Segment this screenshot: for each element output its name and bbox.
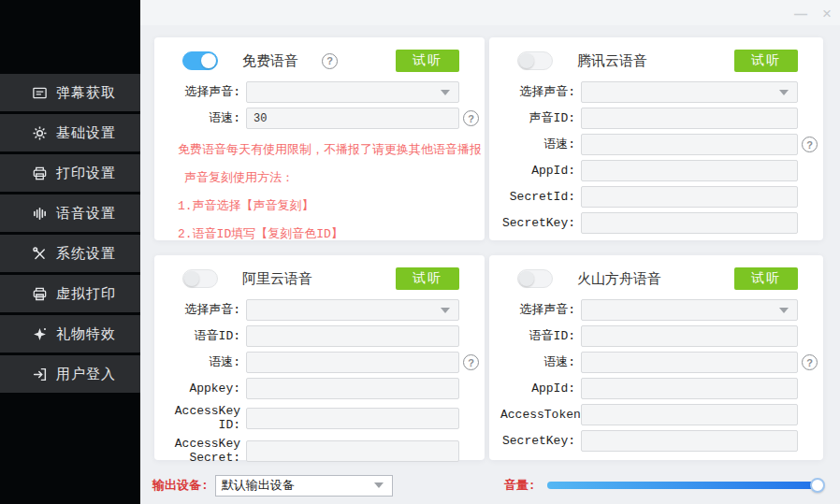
volume-label: 音量: <box>504 477 536 494</box>
window-controls: — × <box>794 7 832 21</box>
sidebar-item-voice-settings[interactable]: 语音设置 <box>0 194 140 232</box>
volume-slider[interactable] <box>547 482 823 489</box>
tools-icon <box>31 245 48 262</box>
toggle-tencent[interactable] <box>517 51 553 70</box>
toggle-knob <box>184 271 199 286</box>
help-icon[interactable]: ? <box>463 354 479 370</box>
sidebar-item-virtual-print[interactable]: 虚拟打印 <box>0 275 140 312</box>
panel-fields: 选择声音: 声音ID: 语速: ? AppId: <box>500 81 818 234</box>
sidebar-item-danmaku-fetch[interactable]: 弹幕获取 <box>0 74 140 111</box>
login-icon <box>31 366 48 382</box>
field-row: AccessKey ID: <box>166 404 479 432</box>
field-label: 语音ID: <box>500 329 581 343</box>
minimize-icon[interactable]: — <box>794 7 807 21</box>
toggle-volcano[interactable] <box>517 269 553 288</box>
sidebar-item-label: 虚拟打印 <box>56 285 116 303</box>
secret-key-input[interactable] <box>581 212 798 234</box>
output-device-select[interactable]: 默认输出设备 <box>215 475 393 497</box>
gear-icon <box>31 124 48 141</box>
panel-header: 腾讯云语音 试听 <box>500 49 798 73</box>
field-label: SecretId: <box>500 190 581 204</box>
speech-rate-input[interactable] <box>246 352 459 373</box>
panel-note: 1.声音选择【声音复刻】 <box>178 193 479 221</box>
speech-rate-input[interactable]: 30 <box>246 108 459 129</box>
voice-select-dropdown[interactable] <box>246 299 459 321</box>
field-row: AppId: <box>500 378 818 399</box>
panel-fields: 选择声音: 语速: 30 ? <box>166 81 479 129</box>
sidebar-item-user-login[interactable]: 用户登入 <box>0 355 140 393</box>
panel-header: 免费语音 ? 试听 <box>166 49 459 73</box>
voice-select-dropdown[interactable] <box>581 299 798 321</box>
field-label: 语音ID: <box>166 329 246 343</box>
field-label: 语速: <box>500 137 581 151</box>
help-icon[interactable]: ? <box>802 354 818 370</box>
sidebar-item-basic-settings[interactable]: 基础设置 <box>0 114 140 151</box>
voice-id-input[interactable] <box>581 108 798 129</box>
help-icon[interactable]: ? <box>463 110 479 126</box>
field-label: AccessKey ID: <box>166 404 246 432</box>
panel-note: 2.语音ID填写【复刻音色ID】 <box>178 221 479 249</box>
panel-title: 阿里云语音 <box>242 270 312 288</box>
field-row: 语速: ? <box>166 352 479 373</box>
help-icon[interactable]: ? <box>802 137 818 152</box>
field-row: SecretId: <box>500 186 818 208</box>
panel-fields: 选择声音: 语音ID: 语速: ? Appkey: <box>166 299 479 465</box>
panel-free: 免费语音 ? 试听 选择声音: 语速: 30 ? 免费语音每天有使用限制，不播报… <box>154 37 485 240</box>
field-label: SecretKey: <box>500 434 581 448</box>
app-id-input[interactable] <box>581 378 798 399</box>
footer-bar: 输出设备: 默认输出设备 音量: <box>140 473 840 497</box>
secret-key-input[interactable] <box>581 430 798 452</box>
preview-button-aliyun[interactable]: 试听 <box>396 267 459 290</box>
secret-id-input[interactable] <box>581 186 798 208</box>
voice-id-input[interactable] <box>246 325 459 347</box>
app-id-input[interactable] <box>581 160 798 181</box>
field-label: Appkey: <box>166 382 246 396</box>
voice-select-dropdown[interactable] <box>581 81 798 103</box>
panel-tencent: 腾讯云语音 试听 选择声音: 声音ID: 语速: ? <box>489 37 823 240</box>
main-content: — × 免费语音 ? 试听 选择声音: 语速: 30 ? 免费语音每天有 <box>140 0 840 504</box>
panel-title: 火山方舟语音 <box>577 270 661 288</box>
app-key-input[interactable] <box>246 378 459 399</box>
field-row: Appkey: <box>166 378 479 399</box>
panel-header: 火山方舟语音 试听 <box>500 266 798 291</box>
panel-title: 免费语音 <box>242 52 298 70</box>
field-value: 30 <box>247 112 267 125</box>
sidebar-item-label: 系统设置 <box>56 245 116 263</box>
sidebar-item-label: 弹幕获取 <box>56 84 116 102</box>
speech-rate-input[interactable] <box>581 352 798 373</box>
panel-notes: 免费语音每天有使用限制，不播报了请更换其他语音播报声音复刻使用方法：1.声音选择… <box>166 137 479 249</box>
access-key-id-input[interactable] <box>246 408 459 429</box>
preview-button-free[interactable]: 试听 <box>396 50 459 72</box>
sidebar-item-system-settings[interactable]: 系统设置 <box>0 235 140 272</box>
preview-button-volcano[interactable]: 试听 <box>734 267 798 290</box>
toggle-knob <box>519 53 534 68</box>
gift-sparkle-icon <box>31 325 48 342</box>
sidebar-item-print-settings[interactable]: 打印设置 <box>0 154 140 192</box>
panel-fields: 选择声音: 语音ID: 语速: ? AppId: <box>500 299 818 452</box>
close-icon[interactable]: × <box>822 7 832 21</box>
field-row: 声音ID: <box>500 108 818 129</box>
help-icon[interactable]: ? <box>322 53 338 69</box>
toggle-aliyun[interactable] <box>182 269 218 288</box>
field-row: AccessToken: <box>500 404 818 425</box>
virtual-printer-icon <box>31 285 48 302</box>
voice-select-dropdown[interactable] <box>246 81 459 103</box>
access-key-secret-input[interactable] <box>246 440 459 462</box>
voice-id-input[interactable] <box>581 325 798 347</box>
field-row: 语速: ? <box>500 352 818 373</box>
speech-rate-input[interactable] <box>581 134 798 155</box>
access-token-input[interactable] <box>581 404 798 425</box>
chevron-down-icon <box>441 90 450 95</box>
field-label: AccessKey Secret: <box>166 437 246 465</box>
output-device-label: 输出设备: <box>152 477 209 494</box>
field-label: 语速: <box>166 111 246 125</box>
sidebar-item-gift-effects[interactable]: 礼物特效 <box>0 315 140 353</box>
volume-slider-fill <box>547 482 823 489</box>
panel-aliyun: 阿里云语音 试听 选择声音: 语音ID: 语速: ? <box>154 255 485 460</box>
toggle-knob <box>519 271 534 286</box>
toggle-free[interactable] <box>182 51 218 70</box>
sidebar-item-label: 打印设置 <box>56 165 116 182</box>
volume-slider-handle[interactable] <box>810 478 825 493</box>
field-label: 语速: <box>500 355 581 369</box>
preview-button-tencent[interactable]: 试听 <box>734 50 798 72</box>
